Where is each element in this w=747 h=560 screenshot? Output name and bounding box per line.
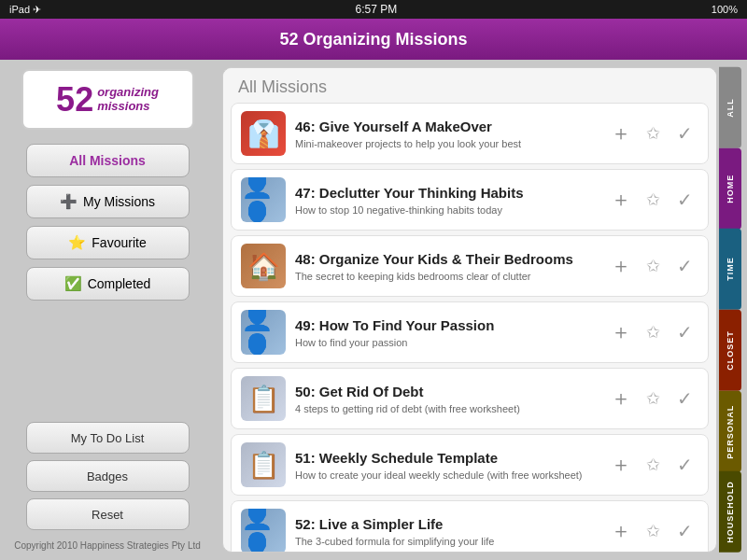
favourite-button[interactable]: ✩ bbox=[639, 517, 667, 545]
app-logo: 52 organizing missions bbox=[21, 69, 194, 130]
mission-desc: How to create your ideal weekly schedule… bbox=[295, 469, 598, 481]
star-icon: ⭐ bbox=[68, 234, 86, 251]
favourite-button[interactable]: ✩ bbox=[639, 119, 667, 147]
table-row: 📋 50: Get Rid Of Debt 4 steps to getting… bbox=[231, 368, 709, 429]
sidebar-item-all-missions[interactable]: All Missions bbox=[26, 144, 190, 177]
mission-actions: ＋ ✩ ✓ bbox=[607, 451, 698, 479]
favourite-button[interactable]: ✩ bbox=[639, 318, 667, 346]
status-bar: iPad ✈ 6:57 PM 100% bbox=[0, 0, 747, 19]
favourite-button[interactable]: ✩ bbox=[639, 385, 667, 413]
add-button[interactable]: ＋ bbox=[607, 385, 635, 413]
complete-button[interactable]: ✓ bbox=[670, 186, 698, 214]
tab-closet[interactable]: CLOSET bbox=[719, 310, 741, 391]
app-header: 52 Organizing Missions bbox=[0, 19, 747, 60]
missions-list[interactable]: 👔 46: Give Yourself A MakeOver Mini-make… bbox=[223, 103, 716, 552]
mission-actions: ＋ ✩ ✓ bbox=[607, 517, 698, 545]
add-button[interactable]: ＋ bbox=[607, 186, 635, 214]
my-todo-button[interactable]: My To Do List bbox=[26, 422, 190, 454]
logo-text: organizing missions bbox=[97, 86, 159, 113]
sidebar: 52 organizing missions All Missions ➕ My… bbox=[0, 60, 215, 560]
add-button[interactable]: ＋ bbox=[607, 252, 635, 280]
complete-button[interactable]: ✓ bbox=[670, 318, 698, 346]
mission-desc: How to find your passion bbox=[295, 337, 598, 348]
mission-actions: ＋ ✩ ✓ bbox=[607, 186, 698, 214]
mission-icon: 📋 bbox=[241, 442, 286, 487]
complete-button[interactable]: ✓ bbox=[670, 252, 698, 280]
mission-icon: 👔 bbox=[241, 111, 286, 156]
device-label: iPad ✈ bbox=[9, 4, 41, 16]
mission-desc: The 3-cubed formula for simplifying your… bbox=[295, 536, 598, 547]
table-row: 👤👤 47: Declutter Your Thinking Habits Ho… bbox=[231, 169, 709, 231]
add-button[interactable]: ＋ bbox=[607, 119, 635, 147]
table-row: 👔 46: Give Yourself A MakeOver Mini-make… bbox=[231, 103, 709, 164]
check-icon: ✅ bbox=[64, 275, 82, 292]
table-row: 📋 51: Weekly Schedule Template How to cr… bbox=[231, 434, 709, 496]
mission-title: 51: Weekly Schedule Template bbox=[295, 449, 598, 468]
mission-actions: ＋ ✩ ✓ bbox=[607, 385, 698, 413]
side-tabs: ALL HOME TIME CLOSET PERSONAL HOUSEHOLD bbox=[719, 67, 741, 553]
tab-time[interactable]: TIME bbox=[719, 229, 741, 310]
mission-desc: How to stop 10 negative-thinking habits … bbox=[295, 204, 598, 216]
status-time: 6:57 PM bbox=[356, 3, 398, 16]
logo-line2: missions bbox=[97, 100, 159, 113]
mission-actions: ＋ ✩ ✓ bbox=[607, 252, 698, 280]
favourite-button[interactable]: ✩ bbox=[639, 186, 667, 214]
complete-button[interactable]: ✓ bbox=[670, 451, 698, 479]
my-missions-label: My Missions bbox=[83, 194, 155, 209]
sidebar-item-my-missions[interactable]: ➕ My Missions bbox=[26, 185, 190, 218]
tab-all[interactable]: ALL bbox=[719, 67, 741, 148]
mission-title: 50: Get Rid Of Debt bbox=[295, 383, 598, 401]
mission-desc: 4 steps to getting rid of debt (with fre… bbox=[295, 403, 598, 414]
table-row: 👤👤 52: Live a Simpler Life The 3-cubed f… bbox=[231, 500, 709, 552]
reset-button[interactable]: Reset bbox=[26, 498, 190, 530]
add-button[interactable]: ＋ bbox=[607, 517, 635, 545]
mission-title: 47: Declutter Your Thinking Habits bbox=[295, 184, 598, 203]
tab-personal[interactable]: PERSONAL bbox=[719, 391, 741, 472]
mission-title: 49: How To Find Your Passion bbox=[295, 316, 598, 335]
badges-label: Badges bbox=[87, 469, 128, 483]
table-row: 🏠 48: Organize Your Kids & Their Bedroom… bbox=[231, 235, 709, 297]
missions-panel: All Missions 👔 46: Give Yourself A MakeO… bbox=[222, 67, 717, 553]
favourite-label: Favourite bbox=[92, 235, 146, 250]
add-button[interactable]: ＋ bbox=[607, 318, 635, 346]
header-title: 52 Organizing Missions bbox=[279, 30, 467, 49]
content-area: All Missions 👔 46: Give Yourself A MakeO… bbox=[215, 60, 747, 560]
mission-title: 52: Live a Simpler Life bbox=[295, 515, 598, 534]
mission-actions: ＋ ✩ ✓ bbox=[607, 119, 698, 147]
mission-title: 46: Give Yourself A MakeOver bbox=[295, 118, 598, 136]
tab-home[interactable]: HOME bbox=[719, 148, 741, 230]
mission-desc: Mini-makeover projects to help you look … bbox=[295, 138, 598, 149]
mission-icon: 👤👤 bbox=[241, 177, 286, 222]
mission-icon: 👤👤 bbox=[241, 509, 286, 552]
complete-button[interactable]: ✓ bbox=[670, 517, 698, 545]
logo-line1: organizing bbox=[97, 86, 159, 99]
mission-icon: 🏠 bbox=[241, 244, 286, 288]
all-missions-label: All Missions bbox=[69, 153, 146, 168]
mission-desc: The secret to keeping kids bedrooms clea… bbox=[295, 271, 598, 282]
panel-header: All Missions bbox=[223, 68, 716, 103]
mission-title: 48: Organize Your Kids & Their Bedrooms bbox=[295, 250, 598, 269]
logo-number: 52 bbox=[56, 83, 93, 117]
favourite-button[interactable]: ✩ bbox=[639, 451, 667, 479]
favourite-button[interactable]: ✩ bbox=[639, 252, 667, 280]
table-row: 👤👤 49: How To Find Your Passion How to f… bbox=[231, 301, 709, 363]
mission-actions: ＋ ✩ ✓ bbox=[607, 318, 698, 346]
mission-icon: 👤👤 bbox=[241, 310, 286, 355]
todo-label: My To Do List bbox=[71, 431, 145, 445]
complete-button[interactable]: ✓ bbox=[670, 385, 698, 413]
tab-household[interactable]: HOUSEHOLD bbox=[719, 471, 741, 553]
sidebar-item-completed[interactable]: ✅ Completed bbox=[26, 267, 190, 301]
status-left: iPad ✈ bbox=[9, 4, 41, 16]
completed-label: Completed bbox=[88, 276, 151, 291]
copyright-text: Copyright 2010 Happiness Strategies Pty … bbox=[14, 540, 201, 551]
sidebar-item-favourite[interactable]: ⭐ Favourite bbox=[26, 226, 190, 259]
plus-icon: ➕ bbox=[60, 193, 78, 210]
main-layout: 52 organizing missions All Missions ➕ My… bbox=[0, 60, 747, 560]
add-button[interactable]: ＋ bbox=[607, 451, 635, 479]
reset-label: Reset bbox=[92, 508, 123, 522]
complete-button[interactable]: ✓ bbox=[670, 119, 698, 147]
battery-label: 100% bbox=[712, 4, 738, 15]
mission-icon: 📋 bbox=[241, 376, 286, 421]
badges-button[interactable]: Badges bbox=[26, 460, 190, 492]
